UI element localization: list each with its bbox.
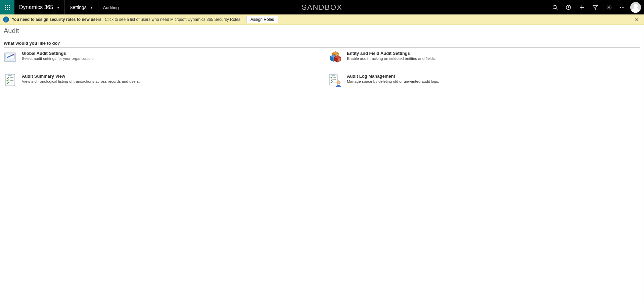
svg-point-18: [624, 7, 625, 8]
checklist-document-icon: [4, 74, 17, 87]
svg-rect-2: [9, 5, 10, 6]
svg-rect-7: [7, 9, 8, 10]
svg-rect-0: [5, 5, 6, 6]
breadcrumb[interactable]: Auditing: [98, 0, 124, 14]
clock-history-icon: [566, 5, 571, 10]
card-title: Entity and Field Audit Settings: [347, 51, 436, 56]
card-description: Select audit settings for your organizat…: [22, 56, 94, 61]
card-description: Enable audit tracking on selected entiti…: [347, 56, 436, 61]
recent-button[interactable]: [562, 0, 575, 14]
search-icon: [552, 5, 558, 10]
nav-settings-label: Settings: [70, 5, 87, 10]
svg-rect-3: [5, 7, 6, 8]
user-avatar[interactable]: [630, 2, 641, 13]
gear-icon: [606, 5, 612, 10]
svg-rect-33: [8, 74, 11, 76]
chevron-down-icon: ▼: [90, 6, 93, 9]
svg-rect-1: [7, 5, 8, 6]
settings-document-icon: [4, 51, 17, 64]
app-launcher-button[interactable]: [0, 0, 14, 14]
svg-point-17: [622, 7, 623, 8]
cubes-icon: [329, 51, 342, 64]
svg-rect-5: [9, 7, 10, 8]
info-icon: i: [3, 16, 9, 23]
svg-line-10: [556, 8, 557, 10]
page-title: Audit: [4, 27, 640, 35]
settings-button[interactable]: [602, 0, 615, 14]
plus-icon: [579, 5, 585, 10]
svg-point-9: [553, 5, 556, 9]
funnel-icon: [593, 5, 598, 10]
topbar-right: [548, 0, 644, 14]
card-grid: Global Audit Settings Select audit setti…: [4, 51, 640, 87]
filter-button[interactable]: [589, 0, 602, 14]
svg-rect-6: [5, 9, 6, 10]
close-notification-button[interactable]: ✕: [633, 16, 641, 23]
ellipsis-icon: [619, 5, 625, 10]
svg-rect-32: [5, 74, 15, 86]
environment-label: SANDBOX: [302, 0, 342, 14]
section-header: What would you like to do?: [4, 41, 640, 47]
breadcrumb-label: Auditing: [103, 5, 119, 10]
svg-marker-14: [593, 5, 598, 9]
more-button[interactable]: [615, 0, 629, 14]
notification-bold-text: You need to assign security roles to new…: [12, 17, 101, 22]
card-title: Global Audit Settings: [22, 51, 94, 56]
card-entity-field-audit-settings[interactable]: Entity and Field Audit Settings Enable a…: [329, 51, 640, 64]
svg-point-16: [620, 7, 621, 8]
card-global-audit-settings[interactable]: Global Audit Settings Select audit setti…: [4, 51, 315, 64]
svg-rect-38: [332, 74, 335, 76]
checklist-user-icon: [329, 74, 342, 87]
svg-point-42: [337, 81, 340, 84]
nav-settings[interactable]: Settings ▼: [65, 0, 98, 14]
notification-bar: i You need to assign security roles to n…: [0, 14, 644, 25]
svg-rect-8: [9, 9, 10, 10]
assign-roles-button[interactable]: Assign Roles: [246, 16, 278, 23]
search-button[interactable]: [548, 0, 562, 14]
card-audit-summary-view[interactable]: Audit Summary View View a chronological …: [4, 74, 315, 87]
card-title: Audit Summary View: [22, 74, 140, 79]
waffle-icon: [5, 5, 10, 10]
svg-point-15: [608, 7, 609, 8]
card-description: Manage space by deleting old or unwanted…: [347, 79, 439, 83]
top-nav-bar: Dynamics 365 ▼ Settings ▼ Auditing SANDB…: [0, 0, 644, 14]
new-button[interactable]: [575, 0, 589, 14]
page-body: Audit What would you like to do? Global …: [0, 25, 644, 89]
card-audit-log-management[interactable]: Audit Log Management Manage space by del…: [329, 74, 640, 87]
card-description: View a chronological listing of transact…: [22, 79, 140, 83]
nav-app-name[interactable]: Dynamics 365 ▼: [14, 0, 65, 14]
svg-rect-4: [7, 7, 8, 8]
nav-app-name-label: Dynamics 365: [19, 4, 53, 10]
card-title: Audit Log Management: [347, 74, 439, 79]
chevron-down-icon: ▼: [56, 6, 60, 9]
notification-message: Click to see a list of users who need Mi…: [105, 17, 241, 22]
close-icon: ✕: [635, 17, 639, 23]
